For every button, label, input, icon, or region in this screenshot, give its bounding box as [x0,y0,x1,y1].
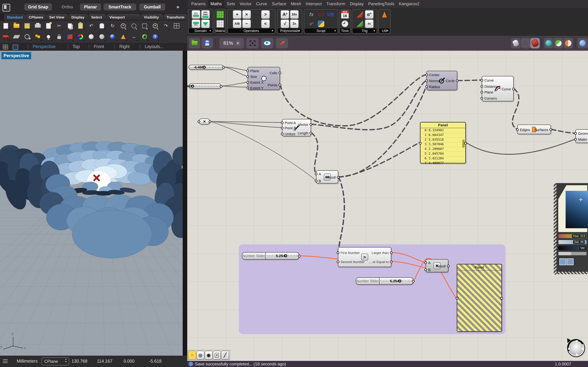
cplane-dropdown[interactable]: CPlane▲▼ [42,357,69,366]
dom2-icon[interactable]: 0 1 [192,19,200,28]
poly-10a-icon[interactable]: 10A [290,10,299,19]
toolbar-tab-display[interactable]: Display [69,14,88,20]
nut-tool-icon[interactable]: ◉ [205,351,212,359]
earth-render-icon[interactable] [140,32,149,41]
python-icon[interactable] [317,19,325,28]
osnap-toggle-ortho[interactable]: Ortho [59,3,74,10]
value-slider[interactable]: Val: [558,246,587,250]
vb-icon[interactable]: VB [326,10,335,19]
menu-sets[interactable]: Sets [224,0,237,8]
units-label[interactable]: Millimeters [17,359,38,364]
zoom-extents-button[interactable] [246,38,259,48]
output-port[interactable] [456,80,458,82]
input-port[interactable] [246,81,249,84]
output-port[interactable] [209,120,211,123]
input-port[interactable] [425,85,428,88]
expand-arrow-icon[interactable]: ▼ [209,28,212,33]
menu-curve[interactable]: Curve [254,0,269,8]
expand-arrow-icon[interactable]: ▼ [271,28,274,33]
input-port[interactable] [281,127,284,129]
zoom-window-icon[interactable] [140,21,149,30]
peak-icon[interactable] [380,10,389,19]
slider-output-port[interactable] [298,255,301,258]
ribbon-group-label[interactable]: Matrix [216,28,225,33]
save-definition-button[interactable] [202,38,213,48]
osnap-toggle-gumball[interactable]: Gumball [139,3,165,10]
osnap-toggle-planar[interactable]: Planar [80,3,101,10]
slider-output-port[interactable] [220,85,222,88]
preview-eye-button[interactable] [261,38,273,48]
menu-vector[interactable]: Vector [237,0,254,8]
panel-output-port[interactable] [500,297,503,300]
op-dotrect-icon[interactable] [252,19,260,28]
group-slider-a[interactable]: Number Slider5.254 [242,252,299,259]
output-port[interactable] [512,88,515,90]
input-port[interactable] [281,121,284,124]
wire[interactable] [280,75,426,126]
calendar-icon[interactable]: NOV16 [341,10,349,19]
toolbar-tab-viewport-layout[interactable]: Viewport Layout [107,14,140,20]
preview-custom-button[interactable] [544,38,553,48]
component-division[interactable]: A⁄BABResult [316,170,338,184]
gridwhite-icon[interactable] [216,19,225,28]
poly-2a-icon[interactable]: 2A [290,19,299,28]
menu-transform[interactable]: Transform [324,0,347,8]
wire[interactable] [221,86,248,87]
hue-slider[interactable]: Hue: 213 [558,234,587,238]
rs-icon[interactable]: rs [365,19,374,28]
wire[interactable] [466,139,575,154]
funnel-icon[interactable] [201,19,210,28]
toolbar-tab-standard[interactable]: Standard [4,14,25,20]
preview-orange-button[interactable] [563,38,573,48]
op-lt-icon[interactable]: < [261,19,270,28]
alpha-slider[interactable] [558,252,587,256]
expand-arrow-icon[interactable]: ▼ [334,28,336,33]
component-multiplication[interactable]: ×ABResult [426,259,448,272]
output-port[interactable] [390,251,392,254]
x2-icon[interactable]: x² [307,19,316,28]
render-sphere-icon[interactable] [108,32,117,41]
toolbar-tab-visibility[interactable]: Visibility [141,14,163,20]
input-port[interactable] [424,268,427,271]
cplane-icon[interactable] [12,32,21,41]
fx-icon[interactable]: fx [307,10,316,19]
delete-tool-icon[interactable]: × [213,351,221,359]
expand-arrow-icon[interactable]: ▼ [386,28,389,33]
rotate-view-icon[interactable]: ↻ [108,21,117,30]
csharp-icon[interactable]: C# [317,10,325,19]
copy-icon[interactable] [65,21,74,30]
toolbar-tab-select[interactable]: Select [88,14,106,20]
layer-state-icon[interactable] [65,32,74,41]
move-icon[interactable] [1,32,10,41]
menu-kangaroo2[interactable]: Kangaroo2 [397,0,422,8]
slider-output-port[interactable] [222,66,225,69]
cone-icon[interactable] [119,32,128,41]
dom1-icon[interactable]: 0 1 [192,10,200,19]
menu-intersect[interactable]: Intersect [303,0,324,8]
wire[interactable] [311,133,318,173]
panel-output-port[interactable] [464,142,467,144]
circle-icon[interactable] [23,32,32,41]
output-port[interactable] [279,72,281,74]
op-minus-icon[interactable]: − [242,19,251,28]
graph-tool-icon[interactable]: ╱ [221,351,229,359]
input-port[interactable] [425,80,428,82]
canvas-compass-widget[interactable] [568,340,584,356]
viewport-tab-top[interactable]: Top [73,44,80,49]
menu-maths[interactable]: Maths [208,0,224,8]
poly-sqrt-icon[interactable]: √ [281,19,289,28]
component-circle-cnr[interactable]: CenterNormalRadiusCircle [426,71,457,90]
ribbon-group-label[interactable]: Script▼ [305,28,337,33]
shapes-icon[interactable] [34,32,42,41]
toolbar-tab-set-view[interactable]: Set View [47,14,68,20]
preview-wireframe-button[interactable] [521,38,530,48]
output-port[interactable] [310,123,312,126]
output-port[interactable] [337,176,339,179]
wire[interactable] [224,67,248,71]
lock-icon[interactable] [55,32,63,41]
input-port[interactable] [516,128,519,131]
input-port[interactable] [315,173,318,175]
top-slider-b[interactable]: 10.943 [189,83,221,89]
component-larger-than[interactable]: >First NumberSecond NumberLarger than...… [338,247,391,267]
ribbon-group-label[interactable]: Trig▼ [353,28,376,33]
